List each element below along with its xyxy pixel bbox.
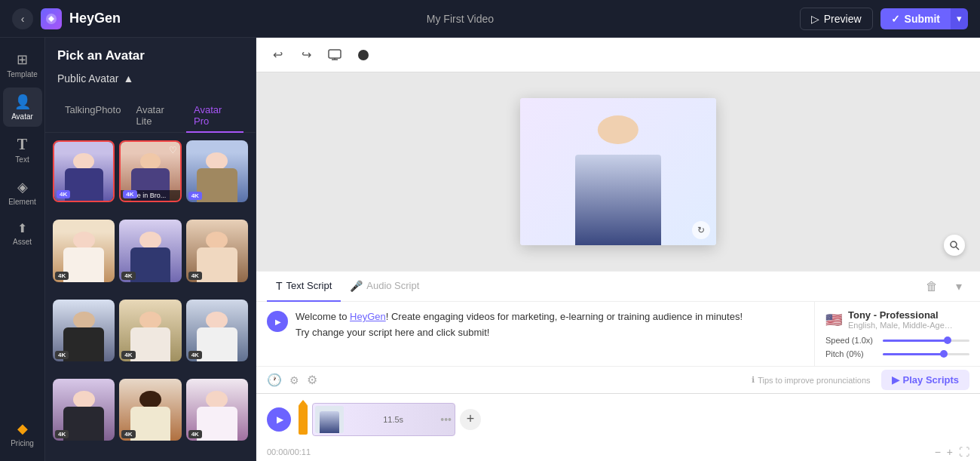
avatar-badge-8: 4K [121,351,135,359]
voice-description: English, Male, Middle-Aged, E-L... [848,321,954,330]
add-icon: + [467,411,475,427]
svg-rect-1 [329,50,341,58]
collapse-script-button[interactable]: ▾ [948,276,969,297]
pitch-slider-fill [883,353,944,355]
header-center: My First Video [121,13,800,25]
tab-audio-script[interactable]: 🎤 Audio Script [341,272,428,302]
sidebar-item-template[interactable]: ⊞ Template [3,45,42,85]
script-footer-icons: 🕐 ⚙ ⚙ [267,373,317,387]
avatar-card-1[interactable]: 4K [53,140,115,202]
script-text[interactable]: Welcome to HeyGen! Create engaging video… [296,309,804,341]
svg-point-5 [951,241,957,247]
avatar-card-11[interactable]: 4K [119,379,181,441]
script-tab-right: 🗑 ▾ [921,276,969,297]
tips-text: ℹ Tips to improve pronunciations [752,375,870,385]
voice-selector[interactable]: 🇺🇸 Tony - Professional English, Male, Mi… [825,309,969,330]
clip-duration: 11.5s [346,415,440,424]
speed-slider[interactable] [883,340,969,342]
delete-script-button[interactable]: 🗑 [921,276,942,297]
tab-text-script[interactable]: T Text Script [267,272,341,302]
avatar-badge-10: 4K [55,430,69,438]
settings-icon[interactable]: ⚙ [307,373,317,387]
body [197,407,237,441]
sidebar-item-pricing[interactable]: ◆ Pricing [3,414,42,453]
circle-icon [357,49,369,61]
refresh-icon[interactable]: ↻ [692,221,710,239]
submit-button[interactable]: ✓ Submit [880,8,951,29]
timeline-add-button[interactable]: + [460,409,481,430]
avatar-card-3[interactable]: 4K [186,140,248,202]
avatar-grid: 4K ♡ Blake in Bro... 4K [45,133,256,461]
header-right: ▷ Preview ✓ Submit ▾ [800,8,968,30]
fullscreen-button[interactable]: ⛶ [959,446,969,458]
avatar-badge-6: 4K [188,272,202,280]
tab-talking-photo[interactable]: TalkingPhoto [57,100,128,133]
avatar-card-8[interactable]: 4K [119,300,181,361]
heygen-link[interactable]: HeyGen [350,311,386,322]
avatar-card-12[interactable]: 4K [186,379,248,441]
audio-script-icon: 🎤 [350,280,363,292]
tab-avatar-lite[interactable]: Avatar Lite [128,100,186,133]
avatar-card-2[interactable]: ♡ Blake in Bro... 4K [119,140,181,202]
svg-line-6 [956,247,959,250]
timeline-play-button[interactable]: ▶ [267,407,291,432]
avatar-badge-1: 4K [57,190,70,198]
zoom-button[interactable] [944,235,965,256]
body [197,327,237,361]
body [63,247,104,281]
timeline-marker-arrow [299,400,307,404]
timeline-bottom: 00:00/00:11 − + ⛶ [256,444,980,461]
video-head [598,115,639,144]
back-button[interactable]: ‹ [12,8,33,29]
voice-name: Tony - Professional [848,309,969,321]
translate-icon[interactable]: ⚙ [289,374,299,386]
voice-panel: 🇺🇸 Tony - Professional English, Male, Mi… [814,302,980,366]
flag-icon: 🇺🇸 [825,312,842,328]
asset-icon: ⬆ [17,221,27,235]
clip-menu-icon[interactable]: ••• [440,413,455,426]
avatar-badge-11: 4K [121,430,135,438]
avatar-card-7[interactable]: 4K [53,300,115,361]
avatar-badge-4: 4K [55,272,69,280]
preview-button[interactable]: ▷ Preview [800,8,873,30]
body [130,407,171,441]
avatar-card-9[interactable]: 4K [186,300,248,361]
canvas-toolbar: ↩ ↪ [256,38,980,72]
body [63,327,104,361]
avatar-card-10[interactable]: 4K [53,379,115,441]
circle-button[interactable] [353,45,374,66]
play-scripts-button[interactable]: ▶ Play Scripts [881,370,969,390]
head [206,232,228,249]
script-play-button[interactable]: ▶ [267,311,288,332]
public-avatar-toggle[interactable]: Public Avatar ▲ [57,72,243,85]
history-icon[interactable]: 🕐 [267,373,282,387]
video-background: ↻ [520,98,716,245]
zoom-out-button[interactable]: − [935,446,941,458]
zoom-in-button[interactable]: + [947,446,953,458]
redo-button[interactable]: ↪ [296,45,317,66]
timeline-clip-1[interactable]: 11.5s ••• [312,403,455,436]
submit-group: ✓ Submit ▾ [880,8,968,29]
monitor-button[interactable] [324,45,345,66]
sidebar-item-element[interactable]: ◈ Element [3,173,42,212]
sidebar-item-text[interactable]: T Text [3,130,42,170]
avatar-badge-5: 4K [121,272,135,280]
avatar-card-6[interactable]: 4K [186,220,248,281]
avatar-panel: Pick an Avatar Public Avatar ▲ TalkingPh… [45,38,256,461]
sidebar-item-asset[interactable]: ⬆ Asset [3,215,42,252]
tab-avatar-pro[interactable]: Avatar Pro [186,100,243,133]
body [130,327,171,361]
pitch-slider[interactable] [883,353,969,355]
timeline-play-icon: ▶ [277,414,283,425]
timeline-zoom-controls: − + ⛶ [935,446,969,458]
template-icon: ⊞ [17,51,28,68]
avatar-card-5[interactable]: 4K [119,220,181,281]
sidebar-item-avatar[interactable]: 👤 Avatar [3,88,42,127]
head [139,391,161,408]
script-tabs: T Text Script 🎤 Audio Script 🗑 ▾ [256,272,980,302]
avatar-badge-12: 4K [188,430,202,438]
avatar-card-4[interactable]: 4K [53,220,115,281]
submit-dropdown-button[interactable]: ▾ [951,8,968,29]
pitch-control: Pitch (0%) [825,349,969,358]
undo-button[interactable]: ↩ [267,45,288,66]
